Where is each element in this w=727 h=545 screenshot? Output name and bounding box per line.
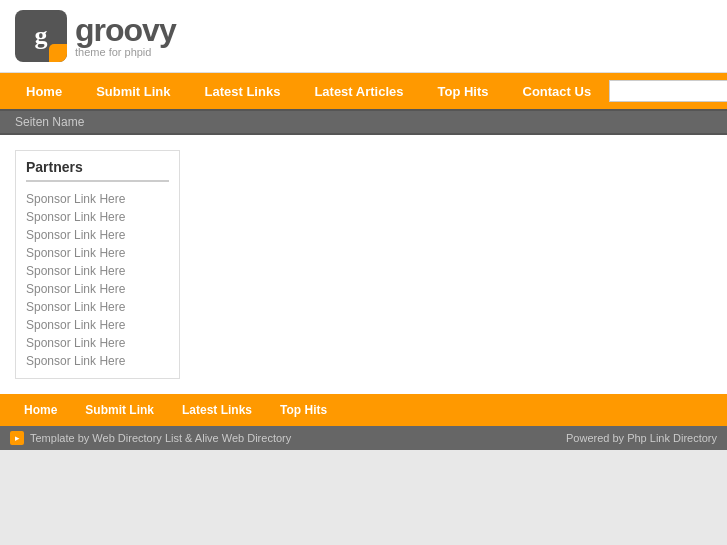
logo-name: groovy xyxy=(75,14,176,46)
search-area: GO xyxy=(609,80,727,102)
footer-nav-latest-links[interactable]: Latest Links xyxy=(168,394,266,426)
sponsor-link-4[interactable]: Sponsor Link Here xyxy=(26,244,169,262)
nav-item-latest-links[interactable]: Latest Links xyxy=(189,73,297,109)
sponsor-link-8[interactable]: Sponsor Link Here xyxy=(26,316,169,334)
seiten-bar: Seiten Name xyxy=(0,109,727,135)
rss-icon: ▸ xyxy=(10,431,24,445)
partners-title: Partners xyxy=(26,159,169,182)
content-area xyxy=(180,150,712,379)
logo-box: g groovy theme for phpid xyxy=(15,10,176,62)
navbar: Home Submit Link Latest Links Latest Art… xyxy=(0,73,727,109)
search-input[interactable] xyxy=(609,80,727,102)
logo-tagline: theme for phpid xyxy=(75,46,176,58)
footer-nav-home[interactable]: Home xyxy=(10,394,71,426)
sponsor-link-1[interactable]: Sponsor Link Here xyxy=(26,190,169,208)
sponsor-link-6[interactable]: Sponsor Link Here xyxy=(26,280,169,298)
sidebar: Partners Sponsor Link Here Sponsor Link … xyxy=(15,150,180,379)
footer-nav: Home Submit Link Latest Links Top Hits xyxy=(0,394,727,426)
footer-left: ▸ Template by Web Directory List & Alive… xyxy=(10,431,291,445)
nav-item-submit-link[interactable]: Submit Link xyxy=(80,73,186,109)
nav-item-top-hits[interactable]: Top Hits xyxy=(421,73,504,109)
nav-item-latest-articles[interactable]: Latest Articles xyxy=(298,73,419,109)
sponsor-link-5[interactable]: Sponsor Link Here xyxy=(26,262,169,280)
nav-item-home[interactable]: Home xyxy=(10,73,78,109)
footer-nav-top-hits[interactable]: Top Hits xyxy=(266,394,341,426)
footer-powered-text: Powered by Php Link Directory xyxy=(566,432,717,444)
nav-item-contact-us[interactable]: Contact Us xyxy=(507,73,608,109)
seiten-name-label: Seiten Name xyxy=(15,115,84,129)
footer-nav-submit-link[interactable]: Submit Link xyxy=(71,394,168,426)
sponsor-link-2[interactable]: Sponsor Link Here xyxy=(26,208,169,226)
sponsor-link-3[interactable]: Sponsor Link Here xyxy=(26,226,169,244)
partners-box: Partners Sponsor Link Here Sponsor Link … xyxy=(15,150,180,379)
logo-letter: g xyxy=(35,21,48,51)
sponsor-link-7[interactable]: Sponsor Link Here xyxy=(26,298,169,316)
footer-bottom: ▸ Template by Web Directory List & Alive… xyxy=(0,426,727,450)
sponsor-link-10[interactable]: Sponsor Link Here xyxy=(26,352,169,370)
logo-icon: g xyxy=(15,10,67,62)
footer-template-text: Template by Web Directory List & Alive W… xyxy=(30,432,291,444)
main-content: Partners Sponsor Link Here Sponsor Link … xyxy=(0,135,727,394)
logo-text: groovy theme for phpid xyxy=(75,14,176,58)
sponsor-link-9[interactable]: Sponsor Link Here xyxy=(26,334,169,352)
header: g groovy theme for phpid xyxy=(0,0,727,73)
